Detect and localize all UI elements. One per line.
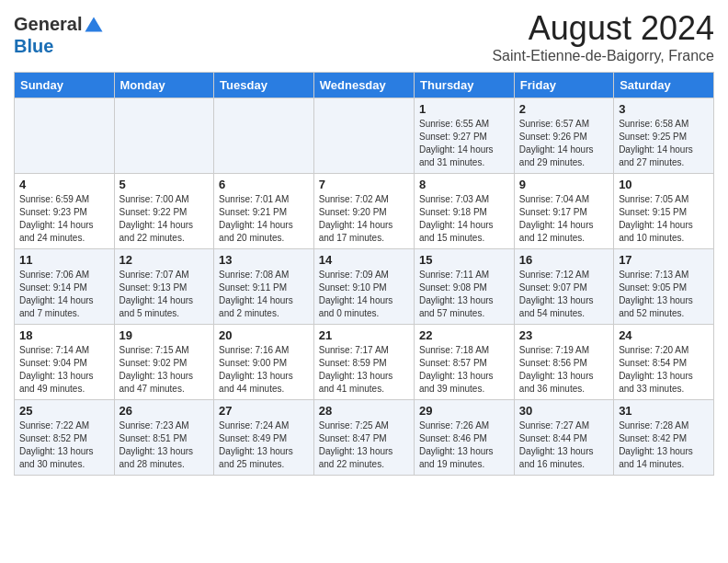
calendar-week-row: 4Sunrise: 6:59 AM Sunset: 9:23 PM Daylig… (15, 174, 714, 249)
day-info: Sunrise: 7:13 AM Sunset: 9:05 PM Dayligh… (619, 269, 709, 320)
day-number: 31 (619, 404, 709, 418)
calendar-cell: 30Sunrise: 7:27 AM Sunset: 8:44 PM Dayli… (514, 400, 613, 476)
calendar-cell (214, 98, 314, 174)
day-info: Sunrise: 7:12 AM Sunset: 9:07 PM Dayligh… (519, 269, 609, 320)
calendar-cell: 1Sunrise: 6:55 AM Sunset: 9:27 PM Daylig… (415, 98, 515, 174)
day-info: Sunrise: 7:19 AM Sunset: 8:56 PM Dayligh… (519, 344, 609, 396)
calendar-cell: 26Sunrise: 7:23 AM Sunset: 8:51 PM Dayli… (114, 400, 214, 476)
calendar-cell: 12Sunrise: 7:07 AM Sunset: 9:13 PM Dayli… (114, 249, 214, 325)
day-info: Sunrise: 6:59 AM Sunset: 9:23 PM Dayligh… (19, 193, 109, 245)
day-number: 6 (219, 178, 309, 191)
calendar-week-row: 18Sunrise: 7:14 AM Sunset: 9:04 PM Dayli… (15, 325, 714, 400)
day-info: Sunrise: 7:24 AM Sunset: 8:49 PM Dayligh… (219, 419, 309, 471)
day-info: Sunrise: 7:23 AM Sunset: 8:51 PM Dayligh… (119, 419, 210, 471)
day-info: Sunrise: 7:14 AM Sunset: 9:04 PM Dayligh… (19, 344, 109, 396)
calendar-cell: 19Sunrise: 7:15 AM Sunset: 9:02 PM Dayli… (114, 325, 214, 400)
day-number: 8 (419, 178, 509, 191)
day-info: Sunrise: 6:58 AM Sunset: 9:25 PM Dayligh… (619, 118, 709, 169)
day-number: 24 (619, 328, 709, 342)
day-number: 20 (219, 328, 309, 342)
calendar-cell: 14Sunrise: 7:09 AM Sunset: 9:10 PM Dayli… (313, 249, 414, 325)
title-area: August 2024 Saint-Etienne-de-Baigorry, F… (492, 9, 714, 64)
weekday-header-friday: Friday (514, 73, 613, 98)
day-number: 16 (519, 253, 609, 267)
calendar-cell (15, 98, 115, 174)
day-info: Sunrise: 7:09 AM Sunset: 9:10 PM Dayligh… (319, 269, 409, 320)
day-info: Sunrise: 7:01 AM Sunset: 9:21 PM Dayligh… (219, 193, 309, 245)
calendar-cell: 31Sunrise: 7:28 AM Sunset: 8:42 PM Dayli… (614, 400, 714, 476)
day-info: Sunrise: 7:06 AM Sunset: 9:14 PM Dayligh… (19, 269, 109, 320)
calendar-table: SundayMondayTuesdayWednesdayThursdayFrid… (14, 72, 714, 476)
day-info: Sunrise: 7:00 AM Sunset: 9:22 PM Dayligh… (119, 193, 210, 245)
logo-general: General (14, 14, 82, 34)
weekday-header-tuesday: Tuesday (214, 73, 314, 98)
day-info: Sunrise: 7:20 AM Sunset: 8:54 PM Dayligh… (619, 344, 709, 396)
day-info: Sunrise: 7:28 AM Sunset: 8:42 PM Dayligh… (619, 419, 709, 471)
day-number: 9 (519, 178, 609, 191)
day-info: Sunrise: 7:26 AM Sunset: 8:46 PM Dayligh… (419, 419, 509, 471)
month-title: August 2024 (492, 9, 714, 48)
calendar-cell: 5Sunrise: 7:00 AM Sunset: 9:22 PM Daylig… (114, 174, 214, 249)
day-number: 1 (419, 102, 509, 116)
day-info: Sunrise: 7:07 AM Sunset: 9:13 PM Dayligh… (119, 269, 210, 320)
calendar-cell: 24Sunrise: 7:20 AM Sunset: 8:54 PM Dayli… (614, 325, 714, 400)
header: General Blue August 2024 Saint-Etienne-d… (14, 9, 714, 64)
weekday-header-wednesday: Wednesday (313, 73, 414, 98)
day-info: Sunrise: 7:15 AM Sunset: 9:02 PM Dayligh… (119, 344, 210, 396)
logo-icon (84, 16, 104, 36)
day-info: Sunrise: 7:17 AM Sunset: 8:59 PM Dayligh… (319, 344, 409, 396)
calendar-cell: 7Sunrise: 7:02 AM Sunset: 9:20 PM Daylig… (313, 174, 414, 249)
calendar-cell: 9Sunrise: 7:04 AM Sunset: 9:17 PM Daylig… (514, 174, 613, 249)
calendar-cell: 17Sunrise: 7:13 AM Sunset: 9:05 PM Dayli… (614, 249, 714, 325)
day-info: Sunrise: 7:04 AM Sunset: 9:17 PM Dayligh… (519, 193, 609, 245)
location-title: Saint-Etienne-de-Baigorry, France (492, 48, 714, 64)
calendar-cell: 16Sunrise: 7:12 AM Sunset: 9:07 PM Dayli… (514, 249, 613, 325)
calendar-cell: 11Sunrise: 7:06 AM Sunset: 9:14 PM Dayli… (15, 249, 115, 325)
svg-marker-0 (85, 17, 103, 31)
calendar-cell: 29Sunrise: 7:26 AM Sunset: 8:46 PM Dayli… (415, 400, 515, 476)
day-number: 7 (319, 178, 409, 191)
calendar-cell: 13Sunrise: 7:08 AM Sunset: 9:11 PM Dayli… (214, 249, 314, 325)
calendar-cell: 4Sunrise: 6:59 AM Sunset: 9:23 PM Daylig… (15, 174, 115, 249)
day-number: 15 (419, 253, 509, 267)
weekday-header-row: SundayMondayTuesdayWednesdayThursdayFrid… (15, 73, 714, 98)
day-info: Sunrise: 6:57 AM Sunset: 9:26 PM Dayligh… (519, 118, 609, 169)
day-info: Sunrise: 7:18 AM Sunset: 8:57 PM Dayligh… (419, 344, 509, 396)
day-number: 19 (119, 328, 210, 342)
day-info: Sunrise: 7:16 AM Sunset: 9:00 PM Dayligh… (219, 344, 309, 396)
day-number: 25 (19, 404, 109, 418)
calendar-cell: 20Sunrise: 7:16 AM Sunset: 9:00 PM Dayli… (214, 325, 314, 400)
calendar-cell: 3Sunrise: 6:58 AM Sunset: 9:25 PM Daylig… (614, 98, 714, 174)
calendar-cell: 28Sunrise: 7:25 AM Sunset: 8:47 PM Dayli… (313, 400, 414, 476)
day-info: Sunrise: 6:55 AM Sunset: 9:27 PM Dayligh… (419, 118, 509, 169)
day-info: Sunrise: 7:02 AM Sunset: 9:20 PM Dayligh… (319, 193, 409, 245)
calendar-cell: 8Sunrise: 7:03 AM Sunset: 9:18 PM Daylig… (415, 174, 515, 249)
day-number: 28 (319, 404, 409, 418)
day-number: 2 (519, 102, 609, 116)
weekday-header-thursday: Thursday (415, 73, 515, 98)
day-number: 30 (519, 404, 609, 418)
calendar-cell: 18Sunrise: 7:14 AM Sunset: 9:04 PM Dayli… (15, 325, 115, 400)
calendar-week-row: 11Sunrise: 7:06 AM Sunset: 9:14 PM Dayli… (15, 249, 714, 325)
day-number: 12 (119, 253, 210, 267)
calendar-week-row: 25Sunrise: 7:22 AM Sunset: 8:52 PM Dayli… (15, 400, 714, 476)
day-number: 11 (19, 253, 109, 267)
calendar-cell (313, 98, 414, 174)
day-info: Sunrise: 7:05 AM Sunset: 9:15 PM Dayligh… (619, 193, 709, 245)
day-number: 3 (619, 102, 709, 116)
calendar-cell: 2Sunrise: 6:57 AM Sunset: 9:26 PM Daylig… (514, 98, 613, 174)
day-number: 18 (19, 328, 109, 342)
weekday-header-sunday: Sunday (15, 73, 115, 98)
calendar-cell: 23Sunrise: 7:19 AM Sunset: 8:56 PM Dayli… (514, 325, 613, 400)
calendar-cell: 25Sunrise: 7:22 AM Sunset: 8:52 PM Dayli… (15, 400, 115, 476)
day-number: 17 (619, 253, 709, 267)
day-number: 14 (319, 253, 409, 267)
day-number: 27 (219, 404, 309, 418)
day-number: 13 (219, 253, 309, 267)
day-info: Sunrise: 7:25 AM Sunset: 8:47 PM Dayligh… (319, 419, 409, 471)
weekday-header-monday: Monday (114, 73, 214, 98)
day-info: Sunrise: 7:27 AM Sunset: 8:44 PM Dayligh… (519, 419, 609, 471)
day-number: 4 (19, 178, 109, 191)
calendar-cell: 15Sunrise: 7:11 AM Sunset: 9:08 PM Dayli… (415, 249, 515, 325)
day-number: 5 (119, 178, 210, 191)
